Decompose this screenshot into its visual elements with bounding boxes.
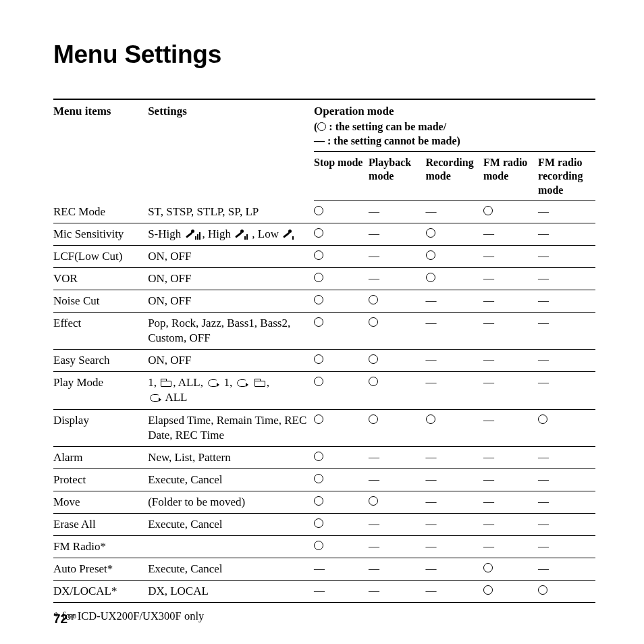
mic-mid-icon	[234, 229, 250, 240]
mark-no: —	[538, 558, 595, 581]
mark-yes	[314, 468, 369, 491]
circle-icon	[369, 377, 378, 386]
table-row: Move(Folder to be moved)———	[53, 491, 595, 513]
setting-value: DX, LOCAL	[148, 581, 314, 603]
mark-no: —	[483, 409, 538, 446]
mark-no: —	[426, 446, 483, 468]
mic-high-icon	[185, 229, 201, 240]
circle-icon	[314, 377, 323, 386]
circle-icon	[314, 317, 323, 327]
menu-item: REC Mode	[53, 201, 148, 223]
mark-yes	[369, 350, 425, 372]
mark-no: —	[314, 581, 369, 603]
mark-no: —	[483, 290, 538, 312]
setting-value: New, List, Pattern	[148, 446, 314, 468]
circle-icon	[426, 228, 435, 238]
mark-no: —	[483, 313, 538, 350]
mark-no: —	[369, 446, 425, 468]
setting-value: 1, , ALL, 1, , ALL	[148, 372, 314, 409]
mark-no: —	[426, 491, 483, 513]
circle-icon	[538, 585, 547, 595]
mark-no: —	[483, 491, 538, 513]
mark-yes	[314, 350, 369, 372]
mark-no: —	[369, 468, 425, 491]
mark-no: —	[426, 558, 483, 581]
folder-icon	[161, 379, 171, 387]
mark-no: —	[369, 267, 425, 290]
mark-no: —	[483, 267, 538, 290]
repeat-icon	[236, 379, 248, 387]
mark-no: —	[483, 223, 538, 245]
mark-yes	[314, 446, 369, 468]
circle-icon	[483, 585, 493, 595]
mark-yes	[426, 409, 483, 446]
table-row: LCF(Low Cut)ON, OFF———	[53, 245, 595, 267]
setting-value: ON, OFF	[148, 350, 314, 372]
mark-no: —	[426, 372, 483, 409]
mark-no: —	[483, 350, 538, 372]
table-row: REC ModeST, STSP, STLP, SP, LP———	[53, 201, 595, 223]
mark-no: —	[538, 350, 595, 372]
mark-no: —	[369, 581, 425, 603]
mark-no: —	[426, 581, 483, 603]
mark-no: —	[483, 446, 538, 468]
setting-value: (Folder to be moved)	[148, 491, 314, 513]
circle-icon	[369, 317, 378, 327]
mark-yes	[483, 558, 538, 581]
menu-item: Mic Sensitivity	[53, 223, 148, 245]
circle-icon	[314, 206, 323, 215]
col-menu-items: Menu items	[53, 99, 148, 201]
mark-no: —	[426, 201, 483, 223]
page-title: Menu Settings	[53, 41, 595, 69]
col-playback-mode: Playback mode	[369, 151, 425, 200]
mark-yes	[369, 491, 425, 513]
mark-yes	[314, 491, 369, 513]
menu-item: VOR	[53, 267, 148, 290]
menu-item: DX/LOCAL*	[53, 581, 148, 603]
mark-no: —	[538, 536, 595, 558]
menu-item: Easy Search	[53, 350, 148, 372]
mark-yes	[426, 245, 483, 267]
mark-no: —	[314, 558, 369, 581]
mark-yes	[426, 223, 483, 245]
circle-icon	[314, 295, 323, 304]
mark-no: —	[538, 372, 595, 409]
mark-no: —	[538, 201, 595, 223]
col-operation-mode: Operation mode ( : the setting can be ma…	[314, 99, 595, 151]
folder-icon	[254, 379, 265, 387]
mark-no: —	[426, 536, 483, 558]
circle-icon	[483, 563, 493, 572]
circle-icon	[314, 541, 323, 550]
col-recording-mode: Recording mode	[426, 151, 483, 200]
mark-no: —	[483, 536, 538, 558]
settings-table: Menu items Settings Operation mode ( : t…	[53, 99, 595, 603]
circle-icon	[317, 122, 326, 131]
circle-icon	[314, 354, 323, 364]
circle-icon	[426, 414, 435, 424]
mark-no: —	[369, 558, 425, 581]
mark-yes	[314, 223, 369, 245]
mark-no: —	[369, 513, 425, 535]
setting-value: S-High , High , Low	[148, 223, 314, 245]
mark-no: —	[483, 372, 538, 409]
mark-no: —	[426, 350, 483, 372]
circle-icon	[538, 414, 547, 424]
mark-yes	[314, 290, 369, 312]
circle-icon	[426, 273, 435, 282]
table-row: FM Radio*————	[53, 536, 595, 558]
col-settings: Settings	[148, 99, 314, 201]
circle-icon	[314, 228, 323, 238]
setting-value: ST, STSP, STLP, SP, LP	[148, 201, 314, 223]
footnote: * for ICD-UX200F/UX300F only	[53, 610, 595, 623]
mark-no: —	[369, 245, 425, 267]
circle-icon	[483, 206, 493, 215]
mark-yes	[314, 245, 369, 267]
menu-item: Protect	[53, 468, 148, 491]
mark-no: —	[483, 245, 538, 267]
mark-no: —	[483, 468, 538, 491]
mark-yes	[483, 581, 538, 603]
mark-no: —	[538, 290, 595, 312]
menu-item: Auto Preset*	[53, 558, 148, 581]
mark-yes	[426, 267, 483, 290]
table-row: Noise CutON, OFF———	[53, 290, 595, 312]
